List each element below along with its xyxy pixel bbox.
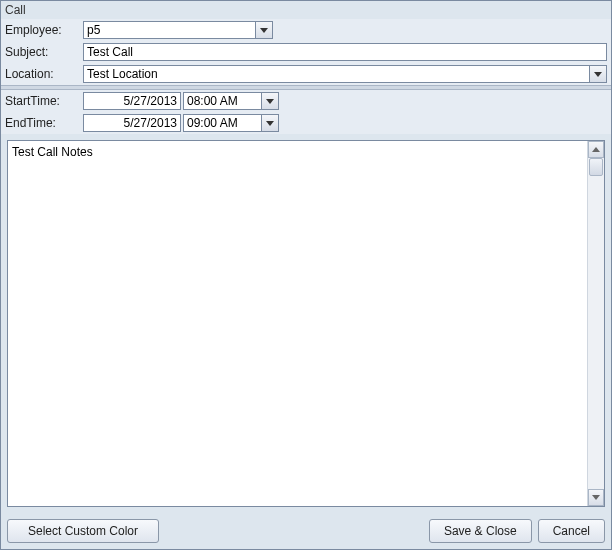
select-custom-color-button[interactable]: Select Custom Color (7, 519, 159, 543)
button-bar: Select Custom Color Save & Close Cancel (1, 513, 611, 549)
svg-marker-1 (594, 72, 602, 77)
svg-marker-4 (592, 147, 600, 152)
chevron-down-icon (260, 28, 268, 33)
chevron-down-icon (266, 99, 274, 104)
employee-input[interactable] (83, 21, 255, 39)
end-label: EndTime: (5, 116, 81, 130)
start-time-dropdown-button[interactable] (261, 92, 279, 110)
notes-scrollbar[interactable] (587, 141, 604, 506)
location-combo[interactable] (83, 65, 607, 83)
end-time-input[interactable] (183, 114, 261, 132)
window-title: Call (1, 1, 611, 19)
svg-marker-3 (266, 121, 274, 126)
svg-marker-2 (266, 99, 274, 104)
start-label: StartTime: (5, 94, 81, 108)
start-row: StartTime: (1, 90, 611, 112)
start-time-combo[interactable] (183, 92, 279, 110)
subject-input[interactable] (83, 43, 607, 61)
end-date-input[interactable] (83, 114, 181, 132)
chevron-up-icon (592, 147, 600, 152)
subject-row: Subject: (1, 41, 611, 63)
form-area: Employee: Subject: Location: (1, 19, 611, 134)
chevron-down-icon (266, 121, 274, 126)
end-time-dropdown-button[interactable] (261, 114, 279, 132)
subject-label: Subject: (5, 45, 81, 59)
start-time-input[interactable] (183, 92, 261, 110)
employee-label: Employee: (5, 23, 81, 37)
notes-textarea[interactable] (8, 141, 587, 506)
chevron-down-icon (594, 72, 602, 77)
notes-area (7, 140, 605, 507)
location-label: Location: (5, 67, 81, 81)
scroll-down-button[interactable] (588, 489, 604, 506)
call-dialog: Call Employee: Subject: Location: (0, 0, 612, 550)
svg-marker-5 (592, 495, 600, 500)
employee-row: Employee: (1, 19, 611, 41)
employee-combo[interactable] (83, 21, 273, 39)
save-close-button[interactable]: Save & Close (429, 519, 532, 543)
location-dropdown-button[interactable] (589, 65, 607, 83)
scroll-thumb[interactable] (589, 158, 603, 176)
start-date-input[interactable] (83, 92, 181, 110)
chevron-down-icon (592, 495, 600, 500)
location-input[interactable] (83, 65, 589, 83)
location-row: Location: (1, 63, 611, 85)
end-row: EndTime: (1, 112, 611, 134)
end-time-combo[interactable] (183, 114, 279, 132)
svg-marker-0 (260, 28, 268, 33)
cancel-button[interactable]: Cancel (538, 519, 605, 543)
scroll-track[interactable] (588, 158, 604, 489)
employee-dropdown-button[interactable] (255, 21, 273, 39)
scroll-up-button[interactable] (588, 141, 604, 158)
